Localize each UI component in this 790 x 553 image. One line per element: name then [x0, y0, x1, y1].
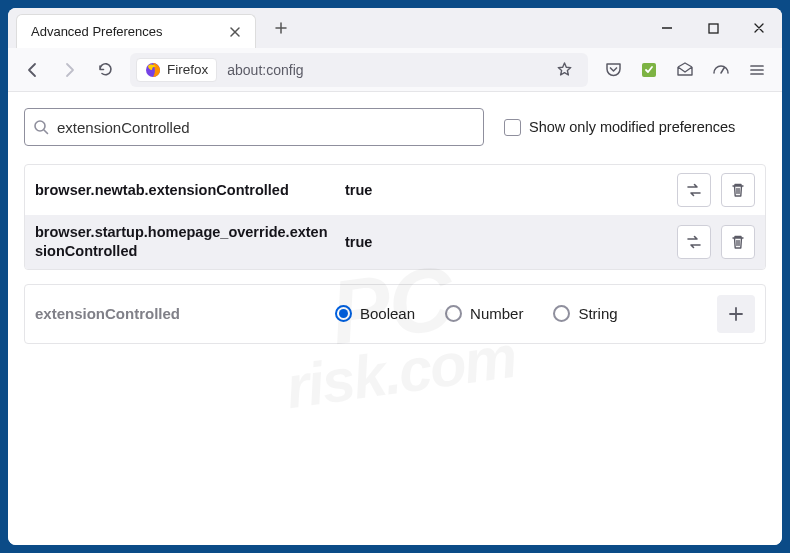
radio-string[interactable]: String — [553, 305, 617, 322]
pref-name: browser.newtab.extensionControlled — [35, 181, 335, 200]
identity-label: Firefox — [167, 62, 208, 77]
maximize-button[interactable] — [690, 8, 736, 48]
radio-dot-icon — [445, 305, 462, 322]
add-pref-name: extensionControlled — [35, 305, 325, 322]
reload-button[interactable] — [88, 53, 122, 87]
toggle-button[interactable] — [677, 173, 711, 207]
address-text: about:config — [223, 62, 550, 78]
dashboard-icon[interactable] — [704, 53, 738, 87]
firefox-logo-icon — [145, 62, 161, 78]
radio-label: Number — [470, 305, 523, 322]
delete-button[interactable] — [721, 173, 755, 207]
pref-row: browser.newtab.extensionControlled true — [25, 165, 765, 215]
bookmark-star-icon[interactable] — [556, 61, 582, 78]
radio-boolean[interactable]: Boolean — [335, 305, 415, 322]
minimize-button[interactable] — [644, 8, 690, 48]
browser-window: Advanced Preferences Firefox about:confi — [8, 8, 782, 545]
close-tab-icon[interactable] — [225, 22, 245, 42]
identity-box[interactable]: Firefox — [136, 58, 217, 82]
pref-search-box[interactable] — [24, 108, 484, 146]
browser-tab[interactable]: Advanced Preferences — [16, 14, 256, 48]
radio-label: String — [578, 305, 617, 322]
app-menu-button[interactable] — [740, 53, 774, 87]
pref-value: true — [345, 234, 667, 250]
forward-button[interactable] — [52, 53, 86, 87]
type-radio-group: Boolean Number String — [335, 305, 707, 322]
pref-value: true — [345, 182, 667, 198]
back-button[interactable] — [16, 53, 50, 87]
window-controls — [644, 8, 782, 48]
radio-dot-icon — [335, 305, 352, 322]
pref-name: browser.startup.homepage_override.extens… — [35, 223, 335, 261]
page-content: Show only modified preferences browser.n… — [8, 92, 782, 545]
show-modified-label: Show only modified preferences — [529, 119, 735, 135]
show-modified-only-toggle[interactable]: Show only modified preferences — [504, 119, 735, 136]
svg-rect-0 — [709, 24, 718, 33]
delete-button[interactable] — [721, 225, 755, 259]
radio-label: Boolean — [360, 305, 415, 322]
search-icon — [33, 119, 49, 135]
pref-row: browser.startup.homepage_override.extens… — [25, 215, 765, 269]
nav-toolbar: Firefox about:config — [8, 48, 782, 92]
tab-title: Advanced Preferences — [31, 24, 225, 39]
url-bar[interactable]: Firefox about:config — [130, 53, 588, 87]
extension-icon[interactable] — [632, 53, 666, 87]
pref-list: browser.newtab.extensionControlled true … — [24, 164, 766, 270]
new-tab-button[interactable] — [266, 13, 296, 43]
titlebar: Advanced Preferences — [8, 8, 782, 48]
toggle-button[interactable] — [677, 225, 711, 259]
search-row: Show only modified preferences — [24, 108, 766, 146]
checkbox-icon — [504, 119, 521, 136]
inbox-icon[interactable] — [668, 53, 702, 87]
add-pref-button[interactable] — [717, 295, 755, 333]
radio-number[interactable]: Number — [445, 305, 523, 322]
add-pref-row: extensionControlled Boolean Number Strin… — [24, 284, 766, 344]
pocket-icon[interactable] — [596, 53, 630, 87]
radio-dot-icon — [553, 305, 570, 322]
pref-search-input[interactable] — [57, 119, 475, 136]
close-window-button[interactable] — [736, 8, 782, 48]
